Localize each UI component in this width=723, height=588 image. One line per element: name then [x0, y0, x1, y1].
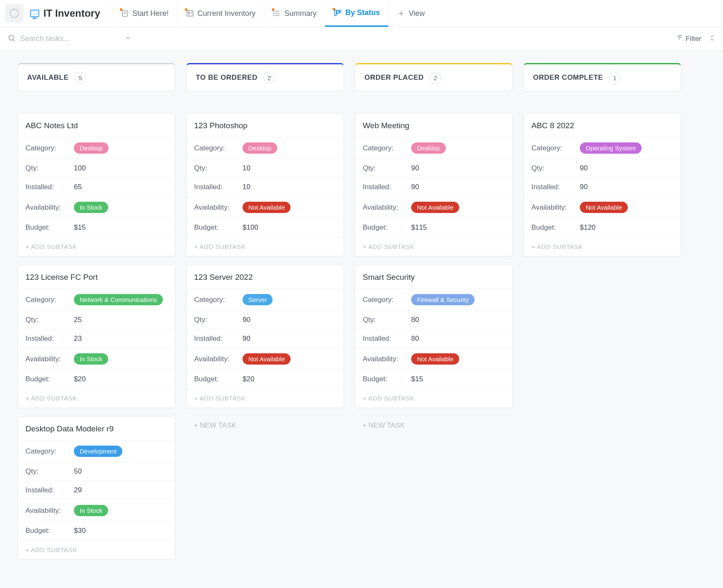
row-availability: Availability:Not Available	[187, 196, 344, 218]
field-label: Qty:	[25, 467, 74, 476]
row-installed: Installed:65	[18, 177, 175, 196]
add-subtask-button[interactable]: + ADD SUBTASK	[355, 237, 512, 256]
chevron-down-icon[interactable]	[124, 34, 132, 43]
svg-rect-14	[339, 10, 341, 13]
row-availability: Availability:Not Available	[524, 196, 681, 218]
field-label: Category:	[25, 144, 74, 152]
task-card[interactable]: Web MeetingCategory:DesktopQty:90Install…	[355, 113, 513, 256]
row-category: Category:Desktop	[18, 137, 175, 159]
search-icon	[8, 34, 16, 44]
svg-point-17	[9, 35, 14, 40]
field-label: Budget:	[363, 223, 411, 232]
add-subtask-button[interactable]: + ADD SUBTASK	[355, 388, 512, 408]
budget-value: $120	[580, 223, 596, 232]
tab-label: Current Inventory	[197, 9, 255, 18]
row-installed: Installed:90	[187, 329, 344, 348]
tab-summary[interactable]: Summary	[264, 0, 325, 27]
add-subtask-button[interactable]: + ADD SUBTASK	[524, 237, 681, 256]
field-label: Qty:	[194, 164, 243, 172]
field-label: Category:	[194, 296, 243, 304]
qty-value: 10	[243, 164, 250, 172]
column-title: TO BE ORDERED	[196, 74, 258, 82]
field-label: Availability:	[25, 507, 74, 515]
svg-rect-13	[337, 10, 339, 13]
row-budget: Budget:$20	[18, 370, 175, 388]
svg-point-11	[274, 15, 275, 16]
view-tabs: Start Here! Current Inventory Summary	[112, 0, 433, 27]
filter-button[interactable]: Filter	[676, 34, 701, 43]
tab-by-status[interactable]: By Status	[325, 0, 388, 27]
field-label: Qty:	[194, 316, 243, 324]
availability-pill: In Stock	[74, 353, 108, 365]
budget-value: $20	[74, 375, 86, 383]
row-budget: Budget:$120	[524, 218, 681, 237]
category-pill: Network & Communications	[74, 294, 163, 305]
row-category: Category:Server	[187, 289, 344, 310]
search-row: Filter	[0, 27, 723, 51]
task-card[interactable]: ABC Notes LtdCategory:DesktopQty:100Inst…	[18, 113, 175, 256]
availability-pill: Not Available	[580, 202, 628, 213]
add-subtask-button[interactable]: + ADD SUBTASK	[187, 237, 344, 256]
row-budget: Budget:$30	[18, 521, 175, 540]
column-title: ORDER COMPLETE	[533, 74, 603, 82]
svg-line-18	[13, 39, 15, 41]
task-card[interactable]: 123 License FC PortCategory:Network & Co…	[18, 265, 175, 408]
qty-value: 90	[580, 164, 588, 172]
qty-value: 90	[243, 316, 250, 324]
field-label: Category:	[194, 144, 243, 152]
add-subtask-button[interactable]: + ADD SUBTASK	[18, 388, 175, 408]
field-label: Installed:	[25, 486, 74, 494]
row-qty: Qty:10	[187, 159, 344, 177]
field-label: Qty:	[25, 164, 74, 172]
row-qty: Qty:100	[18, 159, 175, 177]
field-label: Availability:	[531, 203, 580, 212]
column-title: ORDER PLACED	[364, 74, 424, 82]
new-task-button[interactable]: + NEW TASK	[186, 416, 344, 435]
task-card[interactable]: ABC 8 2022Category:Operating SystemQty:9…	[523, 113, 681, 256]
field-label: Availability:	[194, 203, 243, 212]
row-category: Category:Desktop	[355, 137, 512, 159]
column-title: AVAILABLE	[27, 74, 68, 82]
svg-rect-12	[335, 10, 336, 15]
app-menu-button[interactable]	[5, 4, 23, 23]
row-availability: Availability:Not Available	[355, 348, 512, 370]
column-count: 2	[430, 72, 441, 84]
row-qty: Qty:90	[355, 159, 512, 177]
filter-label: Filter	[685, 35, 701, 43]
field-label: Installed:	[25, 335, 74, 343]
task-card[interactable]: Smart SecurityCategory:Firewall & Securi…	[355, 265, 513, 408]
tab-start-here[interactable]: Start Here!	[112, 0, 177, 27]
row-budget: Budget:$115	[355, 218, 512, 237]
row-budget: Budget:$20	[187, 370, 344, 388]
search-input[interactable]	[20, 34, 120, 43]
field-label: Qty:	[363, 316, 411, 324]
monitor-icon	[30, 10, 39, 17]
field-label: Budget:	[531, 223, 580, 232]
column-header[interactable]: TO BE ORDERED2	[186, 63, 344, 91]
add-subtask-button[interactable]: + ADD SUBTASK	[18, 237, 175, 256]
installed-value: 10	[243, 183, 250, 191]
column-header[interactable]: AVAILABLE5	[18, 63, 175, 91]
tab-current-inventory[interactable]: Current Inventory	[177, 0, 264, 27]
add-subtask-button[interactable]: + ADD SUBTASK	[18, 540, 175, 559]
expand-icon[interactable]	[709, 35, 715, 43]
task-card[interactable]: 123 PhotoshopCategory:DesktopQty:10Insta…	[186, 113, 344, 256]
column-count: 5	[74, 72, 86, 84]
tab-add-view[interactable]: View	[388, 0, 433, 27]
row-availability: Availability:In Stock	[18, 196, 175, 218]
task-card[interactable]: Desktop Data Modeler r9Category:Developm…	[18, 416, 175, 560]
category-pill: Firewall & Security	[411, 294, 475, 305]
new-task-button[interactable]: + NEW TASK	[355, 416, 513, 435]
row-installed: Installed:10	[187, 177, 344, 196]
pin-dot-icon	[120, 8, 122, 11]
add-subtask-button[interactable]: + ADD SUBTASK	[187, 388, 344, 408]
task-card[interactable]: 123 Server 2022Category:ServerQty:90Inst…	[186, 265, 344, 408]
tab-label: View	[409, 9, 425, 18]
column-header[interactable]: ORDER PLACED2	[355, 63, 513, 91]
column-header[interactable]: ORDER COMPLETE1	[523, 63, 681, 91]
row-category: Category:Desktop	[187, 137, 344, 159]
qty-value: 80	[411, 316, 419, 324]
installed-value: 29	[74, 486, 82, 494]
availability-pill: Not Available	[243, 353, 291, 365]
row-installed: Installed:90	[524, 177, 681, 196]
